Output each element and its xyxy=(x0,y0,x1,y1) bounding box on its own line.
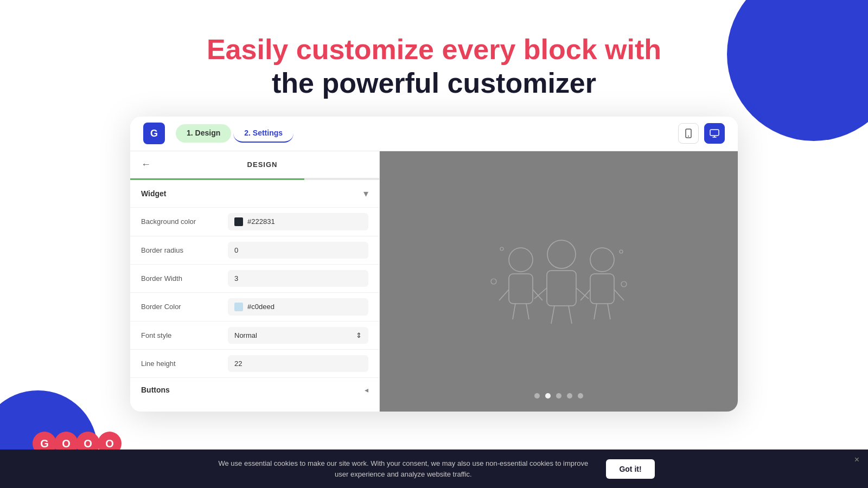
panel-header: ← DESIGN xyxy=(130,151,379,178)
mockup-card: G 1. Design 2. Settings xyxy=(130,117,738,412)
carousel-dot-4[interactable] xyxy=(567,393,572,399)
view-toggle-group xyxy=(678,123,725,144)
carousel-dots xyxy=(534,393,583,399)
back-button[interactable]: ← xyxy=(141,159,151,170)
header-section: Easily customize every block with the po… xyxy=(0,0,868,117)
tab-group: 1. Design 2. Settings xyxy=(176,124,293,143)
border-color-text: #c0deed xyxy=(247,303,275,311)
svg-point-11 xyxy=(547,240,576,268)
font-style-value[interactable]: Normal ⇕ xyxy=(228,327,368,344)
tab-design[interactable]: 1. Design xyxy=(176,124,231,143)
font-style-row: Font style Normal ⇕ xyxy=(130,321,379,349)
carousel-dot-5[interactable] xyxy=(578,393,583,399)
buttons-label: Buttons xyxy=(141,386,170,394)
carousel-dot-3[interactable] xyxy=(556,393,561,399)
carousel-dot-2[interactable] xyxy=(545,393,551,399)
line-height-row: Line height 22 xyxy=(130,349,379,377)
top-bar: G 1. Design 2. Settings xyxy=(130,117,738,151)
widget-toggle-icon: ▾ xyxy=(363,188,368,200)
panel-progress-bar xyxy=(130,178,304,180)
carousel-dot-1[interactable] xyxy=(534,393,540,399)
svg-rect-12 xyxy=(547,271,576,306)
line-height-label: Line height xyxy=(141,359,228,368)
svg-line-19 xyxy=(580,290,590,300)
widget-label: Widget xyxy=(141,189,167,198)
buttons-section-header[interactable]: Buttons ◂ xyxy=(130,378,379,402)
preview-illustration xyxy=(477,206,640,357)
got-it-button[interactable]: Got it! xyxy=(606,459,654,479)
panel-body: Widget ▾ Background color #222831 xyxy=(130,180,379,412)
border-width-row: Border Width 3 xyxy=(130,264,379,292)
desktop-view-button[interactable] xyxy=(704,123,725,144)
svg-point-5 xyxy=(509,248,533,272)
left-panel: ← DESIGN Widget ▾ Background color xyxy=(130,151,380,412)
svg-rect-6 xyxy=(509,274,533,304)
svg-line-8 xyxy=(533,290,542,300)
cookie-close-button[interactable]: × xyxy=(854,455,859,465)
svg-rect-18 xyxy=(590,274,614,304)
border-color-row: Border Color #c0deed xyxy=(130,292,379,321)
svg-line-15 xyxy=(551,306,554,324)
svg-line-9 xyxy=(513,304,515,319)
svg-line-21 xyxy=(594,304,597,319)
svg-point-26 xyxy=(620,250,623,253)
panel-title: DESIGN xyxy=(156,160,368,169)
border-radius-label: Border radius xyxy=(141,246,228,254)
border-color-label: Border Color xyxy=(141,303,228,311)
mobile-view-button[interactable] xyxy=(678,123,699,144)
border-color-value[interactable]: #c0deed xyxy=(228,298,368,316)
svg-rect-2 xyxy=(710,130,719,136)
background-color-label: Background color xyxy=(141,217,228,226)
color-swatch-light xyxy=(234,303,243,311)
tab-settings[interactable]: 2. Settings xyxy=(233,124,293,143)
border-radius-row: Border radius 0 xyxy=(130,236,379,264)
border-width-value[interactable]: 3 xyxy=(228,270,368,287)
svg-point-17 xyxy=(590,248,614,272)
svg-line-16 xyxy=(569,306,572,324)
border-width-text: 3 xyxy=(234,274,238,282)
buttons-collapse-icon: ◂ xyxy=(365,386,368,394)
cookie-banner-text: We use essential cookies to make our sit… xyxy=(213,458,593,479)
font-style-text: Normal xyxy=(234,331,257,339)
line-height-value[interactable]: 22 xyxy=(228,355,368,372)
background-color-row: Background color #222831 xyxy=(130,207,379,236)
border-radius-text: 0 xyxy=(234,246,238,254)
background-color-text: #222831 xyxy=(247,217,275,226)
svg-point-25 xyxy=(500,247,503,251)
svg-point-23 xyxy=(491,279,496,284)
header-line2: the powerful customizer xyxy=(0,66,868,100)
background-color-value[interactable]: #222831 xyxy=(228,213,368,230)
svg-line-7 xyxy=(499,290,509,300)
app-logo: G xyxy=(143,123,165,144)
right-preview xyxy=(380,151,738,412)
svg-line-10 xyxy=(526,304,529,319)
header-line1: Easily customize every block with xyxy=(0,33,868,66)
illustration-area xyxy=(380,151,738,412)
content-area: ← DESIGN Widget ▾ Background color xyxy=(130,151,738,412)
border-width-label: Border Width xyxy=(141,274,228,282)
svg-point-1 xyxy=(688,136,689,137)
line-height-text: 22 xyxy=(234,359,242,368)
color-swatch-dark xyxy=(234,217,243,226)
select-chevron-icon: ⇕ xyxy=(356,331,362,339)
border-radius-value[interactable]: 0 xyxy=(228,242,368,259)
buttons-section: Buttons ◂ xyxy=(130,377,379,402)
svg-point-24 xyxy=(621,281,627,287)
svg-line-22 xyxy=(608,304,610,319)
panel-progress xyxy=(130,178,379,180)
font-style-label: Font style xyxy=(141,331,228,339)
cookie-banner: × We use essential cookies to make our s… xyxy=(0,450,868,488)
svg-line-20 xyxy=(614,290,624,300)
widget-section-header[interactable]: Widget ▾ xyxy=(130,180,379,207)
mockup-wrapper: G 1. Design 2. Settings xyxy=(130,117,738,412)
